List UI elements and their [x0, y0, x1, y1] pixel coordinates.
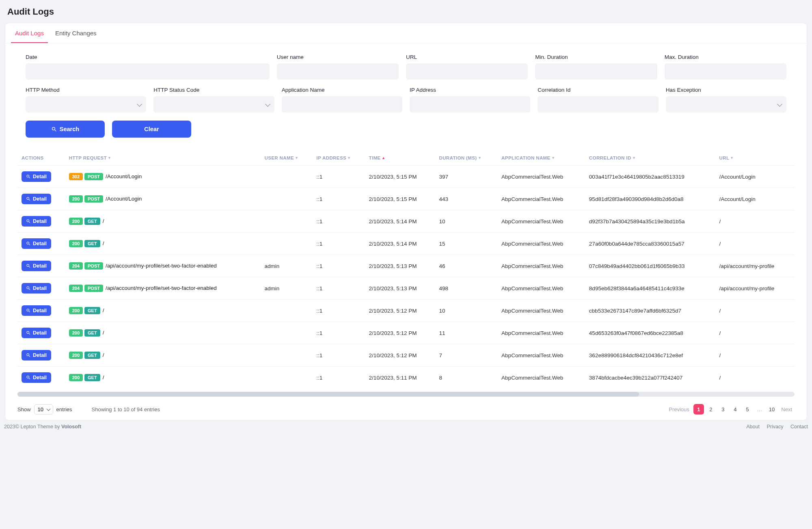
sort-icon: ▾ [731, 155, 733, 160]
footer-link-privacy[interactable]: Privacy [767, 424, 783, 430]
status-code-badge: 200 [69, 374, 83, 381]
col-http-request[interactable]: HTTP REQUEST▾ [65, 150, 261, 166]
clear-button[interactable]: Clear [112, 121, 191, 138]
detail-button[interactable]: Detail [22, 305, 51, 316]
page-4[interactable]: 4 [730, 404, 741, 415]
footer-year: 2023© [4, 424, 19, 430]
detail-button[interactable]: Detail [22, 350, 51, 361]
footer-by: by [54, 424, 60, 430]
sort-icon: ▾ [552, 155, 554, 160]
cell-duration: 10 [435, 300, 497, 322]
col-duration[interactable]: DURATION (MS)▾ [435, 150, 497, 166]
detail-button[interactable]: Detail [22, 216, 51, 227]
footer-link-about[interactable]: About [746, 424, 760, 430]
tab-label: Audit Logs [15, 30, 44, 37]
ip-input[interactable] [410, 96, 530, 112]
site-footer: 2023© Lepton Theme by Volosoft About Pri… [0, 421, 812, 434]
search-button[interactable]: Search [26, 121, 105, 138]
cell-url: /Account/Login [715, 166, 795, 188]
scrollbar-thumb[interactable] [17, 392, 639, 397]
username-input[interactable] [277, 63, 399, 80]
tab-entity-changes[interactable]: Entity Changes [51, 23, 101, 43]
page-3[interactable]: 3 [718, 404, 728, 415]
horizontal-scrollbar[interactable] [17, 392, 795, 397]
page-size-control: Show 10 entries Showing 1 to 10 of 94 en… [17, 404, 160, 415]
cell-correlation: 07c849b49ad4402bb061d1f6065b9b33 [585, 255, 715, 277]
status-code-badge: 204 [69, 285, 83, 292]
col-url[interactable]: URL▾ [715, 150, 795, 166]
detail-button[interactable]: Detail [22, 261, 51, 271]
table-row: Detail200GET/::12/10/2023, 5:11 PM8AbpCo… [17, 367, 795, 389]
cell-duration: 8 [435, 367, 497, 389]
cell-correlation: 003a41f71e3c46419805b2aac8513319 [585, 166, 715, 188]
cell-url: / [715, 210, 795, 233]
date-input[interactable] [26, 63, 270, 80]
field-label: Correlation Id [538, 87, 658, 93]
cell-http-request: 200POST/Account/Login [65, 188, 261, 210]
cell-app: AbpCommercialTest.Web [497, 300, 585, 322]
detail-label: Detail [33, 285, 47, 291]
cell-user [260, 188, 312, 210]
col-label: TIME [369, 155, 381, 160]
page-last[interactable]: 10 [767, 404, 777, 415]
cell-http-request: 200GET/ [65, 233, 261, 255]
cell-duration: 397 [435, 166, 497, 188]
cell-ip: ::1 [312, 300, 365, 322]
table-row: Detail200GET/::12/10/2023, 5:14 PM10AbpC… [17, 210, 795, 233]
page-5[interactable]: 5 [742, 404, 753, 415]
table-row: Detail200POST/Account/Login::12/10/2023,… [17, 188, 795, 210]
cell-time: 2/10/2023, 5:12 PM [365, 300, 435, 322]
min-duration-input[interactable] [535, 63, 657, 80]
page-next[interactable]: Next [779, 404, 795, 415]
field-label: Application Name [282, 87, 402, 93]
col-user-name[interactable]: USER NAME▾ [260, 150, 312, 166]
pagination: Previous 1 2 3 4 5 … 10 Next [666, 404, 795, 415]
status-code-badge: 200 [69, 195, 83, 203]
field-label: User name [277, 54, 399, 60]
col-ip[interactable]: IP ADDRESS▾ [312, 150, 365, 166]
http-status-select[interactable] [153, 96, 274, 112]
col-label: USER NAME [264, 155, 294, 160]
detail-button[interactable]: Detail [22, 238, 51, 249]
page-2[interactable]: 2 [706, 404, 716, 415]
max-duration-input[interactable] [665, 63, 786, 80]
detail-label: Detail [33, 308, 47, 313]
has-exception-select[interactable] [666, 96, 786, 112]
detail-button[interactable]: Detail [22, 372, 51, 383]
col-time[interactable]: TIME▴ [365, 150, 435, 166]
page-1[interactable]: 1 [693, 404, 704, 415]
col-app-name[interactable]: APPLICATION NAME▾ [497, 150, 585, 166]
cell-time: 2/10/2023, 5:13 PM [365, 255, 435, 277]
page-title: Audit Logs [7, 6, 805, 17]
cell-ip: ::1 [312, 255, 365, 277]
tab-audit-logs[interactable]: Audit Logs [11, 23, 48, 43]
url-input[interactable] [406, 63, 528, 80]
field-label: Has Exception [666, 87, 786, 93]
detail-button[interactable]: Detail [22, 171, 51, 182]
field-app-name: Application Name [282, 87, 402, 112]
cell-http-request: 200GET/ [65, 322, 261, 344]
table-scroll-wrap[interactable]: ACTIONS HTTP REQUEST▾ USER NAME▾ IP ADDR… [17, 150, 795, 389]
footer-links: About Privacy Contact [741, 424, 808, 430]
col-label: HTTP REQUEST [69, 155, 107, 160]
detail-button[interactable]: Detail [22, 328, 51, 338]
http-method-badge: GET [84, 329, 100, 337]
footer-link-contact[interactable]: Contact [790, 424, 808, 430]
cell-app: AbpCommercialTest.Web [497, 255, 585, 277]
detail-label: Detail [33, 241, 47, 246]
detail-button[interactable]: Detail [22, 283, 51, 294]
http-method-select[interactable] [26, 96, 146, 112]
status-code-badge: 200 [69, 240, 83, 247]
app-name-input[interactable] [282, 96, 402, 112]
cell-app: AbpCommercialTest.Web [497, 367, 585, 389]
col-correlation[interactable]: CORRELATION ID▾ [585, 150, 715, 166]
filter-actions: Search Clear [5, 117, 807, 150]
cell-ip: ::1 [312, 344, 365, 367]
field-label: HTTP Method [26, 87, 146, 93]
col-label: CORRELATION ID [589, 155, 631, 160]
page-size-select[interactable]: 10 [34, 404, 53, 415]
detail-button[interactable]: Detail [22, 194, 51, 204]
cell-correlation: 8d95eb628f3844a6a46485411c4c933e [585, 277, 715, 300]
correlation-input[interactable] [538, 96, 658, 112]
page-prev[interactable]: Previous [666, 404, 692, 415]
